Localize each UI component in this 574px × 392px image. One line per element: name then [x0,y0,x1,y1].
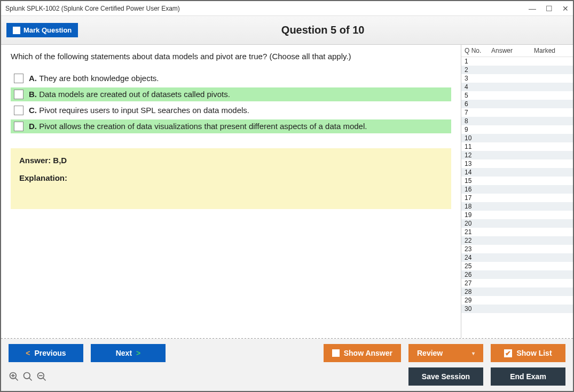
answer-text: Answer: B,D [19,156,443,165]
option-row-c[interactable]: C. Pivot requires users to input SPL sea… [11,103,451,117]
table-row[interactable]: 12 [461,151,573,159]
table-row[interactable]: 29 [461,296,573,305]
table-row[interactable]: 5 [461,91,573,100]
option-row-b[interactable]: B. Data models are created out of datase… [11,87,451,101]
next-label: Next [116,349,132,357]
table-row[interactable]: 15 [461,177,573,185]
grid-header-qno: Q No. [465,47,491,54]
zoom-reset-icon[interactable] [22,371,33,382]
grid-header-marked: Marked [534,47,566,54]
zoom-out-icon[interactable] [36,371,47,382]
option-label: A. They are both knowledge objects. [29,74,159,83]
table-row[interactable]: 22 [461,236,573,245]
option-row-d[interactable]: D. Pivot allows the creation of data vis… [11,119,451,133]
table-row[interactable]: 28 [461,287,573,296]
option-checkbox[interactable] [14,74,23,83]
dropdown-icon: ▾ [472,350,475,356]
option-checkbox[interactable] [14,106,23,115]
previous-button[interactable]: < Previous [9,344,83,362]
table-row[interactable]: 25 [461,262,573,270]
close-icon[interactable]: ✕ [562,4,569,13]
mark-question-checkbox-icon [13,27,20,34]
table-row[interactable]: 23 [461,245,573,253]
table-row[interactable]: 14 [461,168,573,177]
window-controls: — ☐ ✕ [529,4,569,13]
svg-line-5 [29,378,32,381]
zoom-controls [9,371,47,382]
zoom-in-icon[interactable] [9,371,19,382]
option-label: D. Pivot allows the creation of data vis… [29,122,367,131]
show-answer-label: Show Answer [344,349,392,357]
review-label: Review [417,349,443,357]
table-row[interactable]: 19 [461,211,573,219]
question-counter: Question 5 of 10 [78,24,568,36]
show-answer-checkbox-icon [332,349,340,357]
option-label: B. Data models are created out of datase… [29,90,230,99]
show-answer-button[interactable]: Show Answer [324,344,401,362]
table-row[interactable]: 21 [461,228,573,236]
table-row[interactable]: 4 [461,83,573,91]
table-row[interactable]: 26 [461,270,573,279]
grid-header: Q No. Answer Marked [461,45,573,57]
table-row[interactable]: 17 [461,194,573,202]
table-row[interactable]: 24 [461,253,573,262]
table-row[interactable]: 3 [461,74,573,83]
table-row[interactable]: 10 [461,134,573,142]
show-list-label: Show List [516,349,552,357]
end-exam-label: End Exam [510,372,546,381]
mark-question-button[interactable]: Mark Question [6,23,78,37]
header-row: Mark Question Question 5 of 10 [1,16,573,45]
mark-question-label: Mark Question [23,26,72,34]
chevron-right-icon: > [136,349,140,357]
option-label: C. Pivot requires users to input SPL sea… [29,106,249,115]
question-pane: Which of the following statements about … [1,45,461,338]
titlebar: Splunk SPLK-1002 (Splunk Core Certified … [1,1,573,16]
save-session-button[interactable]: Save Session [408,367,483,386]
svg-line-1 [15,378,18,381]
table-row[interactable]: 27 [461,279,573,287]
grid-header-answer: Answer [491,47,534,54]
question-list-panel: Q No. Answer Marked 12345678910111213141… [461,45,573,338]
option-checkbox[interactable] [14,90,23,99]
table-row[interactable]: 8 [461,117,573,125]
table-row[interactable]: 11 [461,142,573,151]
option-checkbox[interactable] [14,122,23,131]
window-title: Splunk SPLK-1002 (Splunk Core Certified … [5,5,529,12]
minimize-icon[interactable]: — [529,4,536,13]
table-row[interactable]: 16 [461,185,573,194]
question-text: Which of the following statements about … [11,51,451,62]
table-row[interactable]: 6 [461,100,573,108]
footer: < Previous Next > Show Answer Review ▾ ✔… [1,339,573,391]
review-button[interactable]: Review ▾ [408,344,483,362]
previous-label: Previous [35,349,66,357]
end-exam-button[interactable]: End Exam [491,367,565,386]
table-row[interactable]: 18 [461,202,573,211]
svg-line-7 [43,378,46,381]
show-list-check-icon: ✔ [504,349,512,357]
maximize-icon[interactable]: ☐ [546,4,553,13]
table-row[interactable]: 13 [461,159,573,168]
show-list-button[interactable]: ✔ Show List [491,344,565,362]
table-row[interactable]: 30 [461,305,573,313]
table-row[interactable]: 9 [461,125,573,134]
table-row[interactable]: 1 [461,57,573,66]
chevron-left-icon: < [26,349,30,357]
svg-point-4 [24,373,30,379]
explanation-label: Explanation: [19,173,443,182]
grid-body[interactable]: 1234567891011121314151617181920212223242… [461,57,573,338]
save-session-label: Save Session [422,372,470,381]
answer-panel: Answer: B,D Explanation: [11,148,451,209]
table-row[interactable]: 20 [461,219,573,228]
table-row[interactable]: 7 [461,108,573,117]
option-row-a[interactable]: A. They are both knowledge objects. [11,71,451,85]
table-row[interactable]: 2 [461,66,573,74]
next-button[interactable]: Next > [91,344,166,362]
